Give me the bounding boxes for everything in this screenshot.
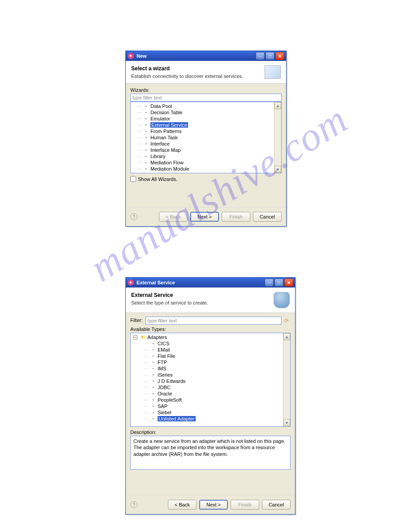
- back-button[interactable]: < Back: [168, 500, 197, 510]
- item-label: Human Task: [150, 135, 178, 140]
- app-icon: ✦: [128, 279, 134, 286]
- tree-connector-icon: ⋯: [133, 154, 141, 159]
- scrollbar[interactable]: ▲ ▼: [283, 333, 290, 426]
- item-label: External Service: [150, 122, 188, 128]
- item-icon: ▫: [150, 403, 156, 409]
- item-label: Decision Table: [150, 110, 182, 115]
- item-label: J D Edwards: [158, 378, 185, 384]
- tree-item[interactable]: ⋯▫Flat File: [133, 353, 288, 359]
- item-icon: ▫: [143, 141, 149, 146]
- item-icon: ▫: [143, 129, 149, 134]
- item-label: Emulator: [150, 116, 170, 121]
- tree-item[interactable]: ⋯▫Data Pool: [133, 103, 279, 109]
- tree-item[interactable]: ⋯▫J D Edwards: [133, 378, 288, 384]
- tree-connector-icon: ⋯: [141, 366, 149, 371]
- cancel-button[interactable]: Cancel: [253, 212, 282, 222]
- filter-input[interactable]: [130, 94, 282, 102]
- item-label: From Patterns: [150, 129, 182, 134]
- tree-item[interactable]: ⋯▫IMS: [133, 365, 288, 372]
- window-title: New: [137, 53, 256, 59]
- tree-item[interactable]: ⋯▫Oracle: [133, 390, 288, 397]
- minimize-button[interactable]: ─: [256, 52, 265, 60]
- tree-item[interactable]: ⋯▫Mediation Flow: [133, 159, 279, 166]
- maximize-button[interactable]: □: [265, 52, 274, 60]
- tree-item[interactable]: ⋯▫Library: [133, 153, 279, 159]
- description-label: Description:: [130, 429, 291, 435]
- item-icon: ▫: [143, 103, 149, 109]
- wizard-icon: [265, 65, 281, 79]
- item-icon: ▫: [143, 166, 149, 172]
- scroll-up-icon[interactable]: ▲: [283, 333, 290, 340]
- item-icon: ▫: [150, 416, 156, 421]
- item-label: Mediation Module: [150, 166, 189, 172]
- next-button[interactable]: Next >: [199, 500, 228, 510]
- tree-item[interactable]: ⋯▫Unlisted Adapter: [133, 416, 288, 422]
- dialog-header: Select a wizard Establish connectivity t…: [126, 61, 286, 84]
- tree-item[interactable]: ⋯▫PeopleSoft: [133, 397, 288, 403]
- filter-input[interactable]: [146, 317, 282, 325]
- folder-icon: 📁: [140, 335, 146, 340]
- item-label: Mediation Flow: [150, 160, 184, 165]
- close-button[interactable]: ✕: [275, 52, 284, 60]
- tree-item[interactable]: ⋯▫Emulator: [133, 116, 279, 122]
- minimize-button[interactable]: ─: [265, 279, 274, 287]
- header-title: Select a wizard: [131, 65, 261, 72]
- maximize-button[interactable]: □: [274, 279, 283, 287]
- tree-connector-icon: ⋯: [133, 135, 141, 140]
- titlebar[interactable]: ✦ External Service ─ □ ✕: [126, 278, 295, 287]
- item-label: Siebel: [158, 410, 171, 415]
- cancel-button[interactable]: Cancel: [262, 500, 291, 510]
- tree-item[interactable]: ⋯▫Interface: [133, 141, 279, 147]
- tree-item[interactable]: ⋯▫FTP: [133, 359, 288, 365]
- item-label: FTP: [158, 360, 167, 365]
- scroll-up-icon[interactable]: ▲: [274, 102, 281, 109]
- description-text: Create a new service from an adapter whi…: [130, 436, 291, 470]
- show-all-checkbox[interactable]: [130, 176, 136, 182]
- window-buttons: ─ □ ✕: [265, 279, 293, 287]
- scroll-down-icon[interactable]: ▼: [283, 419, 290, 426]
- help-icon[interactable]: ?: [130, 213, 137, 220]
- item-label: Unlisted Adapter: [158, 416, 196, 421]
- tree-connector-icon: ⋯: [141, 348, 149, 352]
- header-subtitle: Select the type of service to create.: [131, 300, 270, 305]
- tree-connector-icon: ⋯: [141, 379, 149, 384]
- item-label: iSeries: [158, 372, 173, 378]
- help-icon[interactable]: ?: [130, 501, 137, 508]
- close-button[interactable]: ✕: [284, 279, 293, 287]
- tree-item[interactable]: ⋯▫From Patterns: [133, 128, 279, 134]
- refresh-icon[interactable]: ⟳: [284, 317, 291, 324]
- app-icon: ✦: [128, 53, 134, 59]
- titlebar[interactable]: ✦ New ─ □ ✕: [126, 51, 286, 61]
- tree-item[interactable]: ⋯▫EMail: [133, 347, 288, 353]
- tree-connector-icon: ⋯: [133, 123, 141, 128]
- tree-item[interactable]: ⋯▫iSeries: [133, 372, 288, 378]
- item-icon: ▫: [143, 110, 149, 115]
- types-tree[interactable]: − 📁 Adapters ⋯▫CICS⋯▫EMail⋯▫Flat File⋯▫F…: [130, 333, 291, 427]
- tree-item[interactable]: ⋯▫External Service: [133, 122, 279, 128]
- scrollbar[interactable]: ▲ ▼: [274, 102, 281, 173]
- tree-connector-icon: ⋯: [133, 148, 141, 153]
- tree-connector-icon: ⋯: [133, 167, 141, 172]
- scroll-down-icon[interactable]: ▼: [274, 166, 281, 173]
- tree-item[interactable]: ⋯▫JDBC: [133, 384, 288, 390]
- tree-item[interactable]: ⋯▫CICS: [133, 340, 288, 347]
- item-label: Flat File: [158, 353, 175, 359]
- tree-connector-icon: ⋯: [133, 142, 141, 146]
- next-button[interactable]: Next >: [190, 212, 219, 222]
- tree-item[interactable]: ⋯▫Human Task: [133, 134, 279, 141]
- wizards-label: Wizards:: [130, 87, 282, 93]
- tree-root-adapters[interactable]: − 📁 Adapters: [133, 334, 288, 340]
- tree-item[interactable]: ⋯▫Interface Map: [133, 147, 279, 153]
- item-icon: ▫: [150, 366, 156, 371]
- item-icon: ▫: [150, 391, 156, 396]
- tree-item[interactable]: ⋯▫Siebel: [133, 409, 288, 416]
- item-label: Data Pool: [150, 103, 172, 109]
- tree-item[interactable]: ⋯▫Decision Table: [133, 109, 279, 116]
- collapse-icon[interactable]: −: [133, 335, 137, 339]
- item-icon: ▫: [150, 397, 156, 403]
- item-icon: ▫: [150, 410, 156, 415]
- wizard-tree[interactable]: ⋯▫Data Pool⋯▫Decision Table⋯▫Emulator⋯▫E…: [130, 102, 282, 173]
- tree-item[interactable]: ⋯▫Mediation Module: [133, 166, 279, 172]
- finish-button: Finish: [222, 212, 250, 222]
- tree-item[interactable]: ⋯▫SAP: [133, 403, 288, 409]
